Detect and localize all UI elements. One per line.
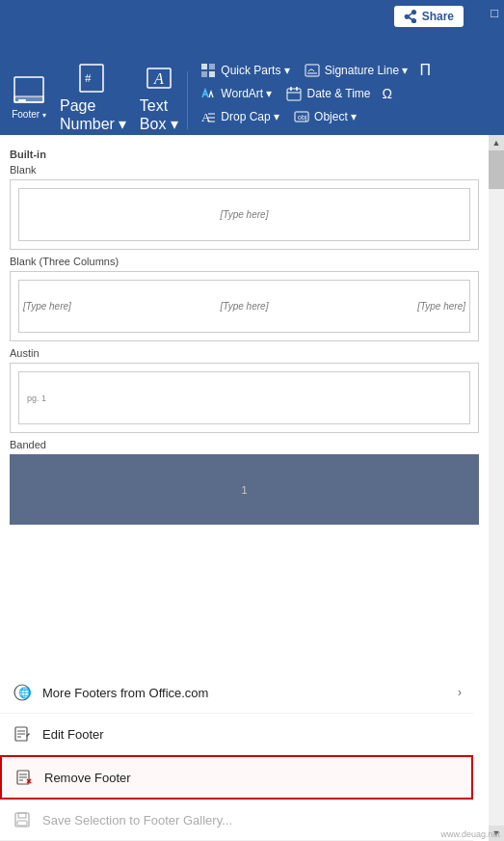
col1-text: [Type here] bbox=[23, 301, 71, 312]
page-number-icon: # bbox=[78, 63, 109, 97]
omega-button[interactable]: Ω bbox=[379, 84, 398, 103]
svg-rect-37 bbox=[17, 821, 27, 826]
drop-cap-label: Drop Cap ▾ bbox=[221, 110, 279, 123]
more-footers-arrow: › bbox=[458, 686, 462, 699]
save-selection-icon bbox=[12, 809, 33, 830]
footer-icon bbox=[12, 74, 46, 109]
scroll-up-arrow[interactable]: ▲ bbox=[489, 135, 504, 150]
remove-footer-icon bbox=[13, 767, 35, 788]
three-col-content: [Type here] [Type here] [Type here] bbox=[19, 301, 469, 312]
quick-parts-icon bbox=[199, 62, 217, 79]
three-col-border: [Type here] [Type here] [Type here] bbox=[18, 280, 470, 333]
blank-template-name: Blank bbox=[10, 164, 479, 176]
edit-footer-label: Edit Footer bbox=[42, 727, 104, 742]
austin-template-name: Austin bbox=[10, 347, 479, 359]
ribbon: Share □ Footer ▾ # bbox=[0, 0, 504, 135]
omega-symbol: Ω bbox=[383, 86, 392, 101]
svg-rect-11 bbox=[305, 65, 319, 76]
svg-rect-8 bbox=[209, 64, 215, 69]
page-number-label: PageNumber ▾ bbox=[60, 97, 126, 133]
maximize-button[interactable]: □ bbox=[491, 6, 498, 20]
svg-rect-7 bbox=[201, 64, 207, 69]
svg-text:🌐: 🌐 bbox=[18, 686, 31, 699]
blank-preview: [Type here] bbox=[18, 188, 470, 241]
text-box-icon: A bbox=[144, 63, 174, 97]
divider-1 bbox=[187, 71, 188, 129]
object-label: Object ▾ bbox=[314, 110, 357, 123]
share-icon bbox=[404, 10, 417, 23]
banded-number: 1 bbox=[241, 484, 247, 496]
three-col-preview: [Type here] [Type here] [Type here] bbox=[18, 280, 470, 333]
date-time-button[interactable]: Date & Time bbox=[279, 83, 376, 104]
ribbon-right: Quick Parts ▾ Signature Line ▾ bbox=[190, 54, 438, 129]
ribbon-row-2: WordArt ▾ Date & Time bbox=[194, 83, 435, 104]
save-selection-item: Save Selection to Footer Gallery... bbox=[0, 800, 473, 841]
signature-line-button[interactable]: Signature Line ▾ bbox=[298, 60, 414, 81]
builtin-section-title: Built-in bbox=[10, 143, 479, 164]
svg-rect-3 bbox=[80, 65, 103, 92]
quick-parts-label: Quick Parts ▾ bbox=[221, 64, 289, 77]
share-button[interactable]: Share bbox=[394, 6, 464, 27]
svg-rect-10 bbox=[209, 71, 215, 77]
object-button[interactable]: obj Object ▾ bbox=[287, 106, 362, 127]
svg-text:A: A bbox=[153, 70, 164, 87]
pi-symbol: Π bbox=[419, 62, 431, 79]
footer-actions: 🌐 More Footers from Office.com › Edit Fo… bbox=[0, 672, 473, 841]
drop-cap-icon: A bbox=[199, 108, 217, 125]
ribbon-row-1: Quick Parts ▾ Signature Line ▾ bbox=[194, 60, 435, 81]
footer-gallery-panel: Built-in Blank [Type here] Blank (Three … bbox=[0, 135, 489, 841]
remove-footer-label: Remove Footer bbox=[44, 771, 131, 785]
remove-footer-item[interactable]: Remove Footer bbox=[0, 755, 473, 800]
gallery-content: Built-in Blank [Type here] Blank (Three … bbox=[0, 135, 489, 677]
col3-text: [Type here] bbox=[417, 301, 465, 312]
wordart-label: WordArt ▾ bbox=[221, 87, 272, 100]
drop-cap-button[interactable]: A Drop Cap ▾ bbox=[194, 106, 285, 127]
banded-template-name: Banded bbox=[10, 439, 479, 450]
text-box-label: TextBox ▾ bbox=[140, 97, 178, 133]
share-label: Share bbox=[422, 10, 454, 23]
austin-border: pg. 1 bbox=[18, 371, 470, 424]
austin-template[interactable]: pg. 1 bbox=[10, 363, 479, 433]
edit-footer-icon bbox=[12, 723, 33, 745]
svg-rect-1 bbox=[14, 96, 43, 102]
blank-template[interactable]: [Type here] bbox=[10, 179, 479, 250]
edit-footer-item[interactable]: Edit Footer bbox=[0, 714, 473, 755]
watermark: www.deuag.net bbox=[440, 829, 500, 839]
blank-type-here: [Type here] bbox=[221, 209, 269, 220]
scrollbar[interactable]: ▲ ▼ bbox=[489, 135, 504, 841]
banded-preview: 1 bbox=[18, 463, 470, 516]
page-number-button[interactable]: # PageNumber ▾ bbox=[54, 66, 132, 129]
svg-text:#: # bbox=[85, 70, 92, 85]
blank-three-col-name: Blank (Three Columns) bbox=[10, 256, 479, 267]
date-time-icon bbox=[285, 85, 303, 102]
banded-template[interactable]: 1 bbox=[10, 454, 479, 525]
svg-rect-36 bbox=[18, 813, 26, 818]
svg-rect-2 bbox=[18, 99, 26, 101]
scroll-thumb[interactable] bbox=[489, 150, 504, 189]
signature-icon bbox=[304, 62, 321, 79]
signature-line-label: Signature Line ▾ bbox=[325, 64, 409, 77]
col2-text: [Type here] bbox=[221, 301, 269, 312]
more-footers-label: More Footers from Office.com bbox=[42, 686, 208, 700]
footer-button[interactable]: Footer ▾ bbox=[4, 66, 54, 129]
svg-text:obj: obj bbox=[298, 114, 307, 122]
ribbon-groups: Footer ▾ # PageNumber ▾ A bbox=[0, 0, 438, 129]
svg-rect-13 bbox=[287, 89, 301, 100]
wordart-button[interactable]: WordArt ▾ bbox=[194, 83, 278, 104]
footer-label: Footer ▾ bbox=[12, 109, 46, 121]
blank-three-col-template[interactable]: [Type here] [Type here] [Type here] bbox=[10, 271, 479, 341]
save-selection-label: Save Selection to Footer Gallery... bbox=[42, 813, 232, 827]
quick-parts-button[interactable]: Quick Parts ▾ bbox=[194, 60, 295, 81]
ribbon-row-3: A Drop Cap ▾ obj bbox=[194, 106, 435, 127]
banded-border: 1 bbox=[18, 463, 470, 516]
more-footers-item[interactable]: 🌐 More Footers from Office.com › bbox=[0, 672, 473, 714]
object-icon: obj bbox=[293, 108, 310, 125]
svg-rect-9 bbox=[201, 71, 207, 77]
date-time-label: Date & Time bbox=[306, 87, 370, 100]
text-box-button[interactable]: A TextBox ▾ bbox=[132, 66, 185, 129]
more-footers-icon: 🌐 bbox=[12, 682, 33, 703]
wordart-icon bbox=[199, 85, 217, 102]
austin-preview: pg. 1 bbox=[18, 371, 470, 424]
symbol-button[interactable]: Π bbox=[415, 60, 435, 81]
blank-preview-border: [Type here] bbox=[18, 188, 470, 241]
